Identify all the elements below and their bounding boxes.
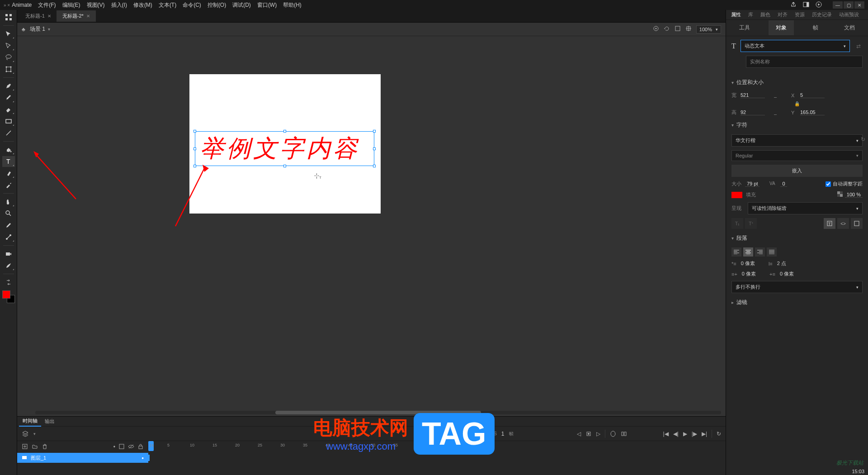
deco-brush-tool-icon[interactable] [2, 260, 15, 271]
y-value[interactable]: 165.05 [800, 109, 825, 115]
panel-tab-assets[interactable]: 资源 [792, 10, 808, 19]
align-left-button[interactable] [731, 247, 741, 256]
onion-skin-icon[interactable] [610, 431, 616, 437]
height-value[interactable]: 92 [741, 109, 765, 115]
fill-color-swatch[interactable] [731, 192, 742, 198]
render-mode-select[interactable]: 可读性消除锯齿 ▾ [748, 202, 863, 214]
auto-kern-checkbox[interactable] [826, 181, 831, 187]
menu-control[interactable]: 控制(O) [208, 1, 226, 9]
x-value[interactable]: 5 [800, 92, 825, 98]
edit-multiple-frames-icon[interactable] [621, 431, 627, 437]
opacity-value[interactable]: 100 % [845, 192, 863, 198]
layers-icon[interactable] [22, 430, 29, 437]
zoom-tool-icon[interactable] [2, 208, 15, 219]
align-center-button[interactable] [743, 247, 753, 256]
delete-layer-icon[interactable] [42, 443, 48, 451]
play-button-icon[interactable]: ▶ [683, 431, 687, 437]
indent-value[interactable]: 0 像素 [741, 260, 755, 267]
text-tool-icon[interactable]: T [2, 156, 15, 167]
eyedropper-tool-icon[interactable] [2, 180, 15, 190]
keyframe[interactable] [148, 455, 150, 461]
close-tab-icon[interactable]: ✕ [47, 14, 51, 19]
instance-name-input[interactable]: 实例名称 [746, 56, 863, 68]
html-render-button[interactable]: <> [837, 218, 849, 229]
panel-tab-properties[interactable]: 属性 [728, 10, 744, 19]
output-tab[interactable]: 输出 [41, 417, 58, 426]
insert-keyframe-icon[interactable] [585, 431, 592, 437]
lasso-tool-icon[interactable] [2, 52, 15, 63]
swap-type-icon[interactable]: ⇄ [854, 41, 863, 51]
kerning-value[interactable]: 0 [780, 181, 787, 187]
subtab-tool[interactable]: 工具 [732, 20, 757, 35]
document-tab-1[interactable]: 无标题-1✕ [20, 10, 57, 22]
menu-text[interactable]: 文本(T) [159, 1, 176, 9]
panel-tab-color[interactable]: 颜色 [757, 10, 774, 19]
share-icon[interactable] [790, 1, 797, 9]
highlight-dot-icon[interactable]: • [113, 444, 115, 450]
rectangle-tool-icon[interactable] [2, 116, 15, 127]
document-tab-2[interactable]: 无标题-2*✕ [57, 10, 96, 22]
ink-bottle-tool-icon[interactable] [2, 168, 15, 179]
layer-name[interactable]: 图层_1 [31, 455, 46, 461]
timeline-tab[interactable]: 时间轴 [19, 416, 41, 427]
close-tab-icon[interactable]: ✕ [86, 14, 90, 19]
canvas[interactable]: 举例文字内容 -¦-T [189, 74, 381, 214]
menu-help[interactable]: 帮助(H) [283, 1, 302, 9]
step-back-icon[interactable]: ◀| [673, 431, 679, 437]
size-value[interactable]: 79 pt [745, 181, 760, 187]
resize-handle[interactable] [373, 147, 376, 150]
rotate-tool-icon[interactable] [664, 25, 670, 33]
resize-handle[interactable] [283, 130, 286, 133]
bone-tool-icon[interactable] [2, 232, 15, 242]
font-style-select[interactable]: Regular ▾ [731, 150, 863, 161]
transform-tool-icon[interactable] [2, 64, 15, 75]
visibility-icon[interactable] [128, 444, 134, 450]
menu-edit[interactable]: 编辑(E) [62, 1, 80, 9]
add-folder-icon[interactable] [32, 443, 38, 451]
play-icon[interactable] [816, 1, 822, 9]
maximize-button[interactable]: ▢ [844, 1, 854, 9]
menu-debug[interactable]: 调试(D) [232, 1, 251, 9]
color-picker[interactable] [2, 290, 15, 303]
current-frame[interactable]: 1 [501, 431, 505, 437]
subtab-object[interactable]: 对象 [769, 20, 794, 35]
expand-workspace-icon[interactable]: » × [4, 3, 10, 8]
stage[interactable]: 举例文字内容 -¦-T [17, 36, 726, 416]
resize-handle[interactable] [193, 147, 196, 150]
font-reset-icon[interactable]: ↻ [857, 135, 868, 143]
menu-insert[interactable]: 插入(I) [111, 1, 127, 9]
left-margin-value[interactable]: 0 像素 [742, 271, 756, 277]
right-margin-value[interactable]: 0 像素 [780, 271, 794, 277]
lock-icon[interactable] [138, 443, 143, 451]
pen-tool-icon[interactable] [2, 81, 15, 91]
goto-last-icon[interactable]: ▶| [702, 431, 707, 437]
text-selection-box[interactable]: 举例文字内容 [195, 131, 374, 166]
panel-tab-anim-preset[interactable]: 动画预设 [836, 10, 862, 19]
menu-modify[interactable]: 修改(M) [133, 1, 152, 9]
prev-keyframe-icon[interactable]: ◁ [577, 431, 581, 437]
center-stage-icon[interactable] [653, 25, 659, 33]
next-keyframe-icon[interactable]: ▷ [596, 431, 600, 437]
fit-stage-icon[interactable] [685, 25, 692, 33]
subtab-frame[interactable]: 帧 [806, 20, 826, 35]
line-behavior-select[interactable]: 多行不换行 ▾ [731, 281, 863, 293]
text-content[interactable]: 举例文字内容 [195, 132, 374, 166]
resize-handle[interactable] [193, 165, 196, 167]
menu-file[interactable]: 文件(F) [38, 1, 56, 9]
align-justify-button[interactable] [767, 247, 777, 256]
text-type-select[interactable]: 动态文本 ▾ [741, 40, 850, 52]
eraser-tool-icon[interactable] [2, 104, 15, 115]
menu-view[interactable]: 视图(V) [87, 1, 105, 9]
section-character[interactable]: ▾字符 [726, 118, 868, 133]
loop-icon[interactable]: ↻ [717, 431, 721, 437]
subselection-tool-icon[interactable] [2, 40, 15, 51]
section-filters[interactable]: ▸滤镜 [726, 295, 868, 310]
link-dimensions-icon[interactable]: ⎯ [774, 93, 777, 98]
menu-window[interactable]: 窗口(W) [257, 1, 277, 9]
clip-stage-icon[interactable] [675, 25, 681, 33]
superscript-button[interactable]: T₁ [731, 218, 743, 229]
swap-colors-icon[interactable] [2, 277, 15, 288]
close-button[interactable]: ✕ [854, 1, 864, 9]
selectable-button[interactable]: T [824, 218, 835, 229]
brush-tool-icon[interactable] [2, 92, 15, 103]
